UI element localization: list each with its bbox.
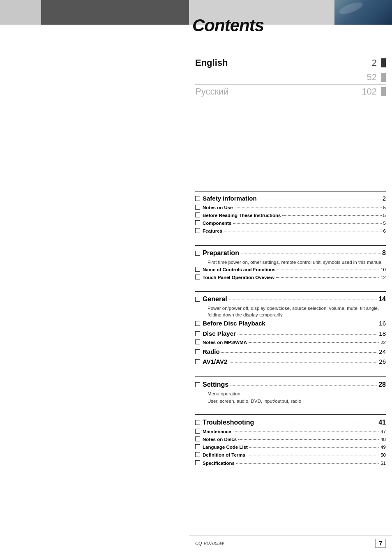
toc-dots-notes-discs [238, 439, 379, 440]
toc-entry-components: Components 5 [195, 220, 386, 227]
toc-entry-mp3: Notes on MP3/WMA 22 [195, 339, 386, 346]
toc-checkbox-notes-discs [195, 436, 200, 441]
toc-page-settings: 28 [378, 380, 386, 390]
toc-section-2: Preparation 8 First time power on, other… [195, 245, 386, 282]
header-area: Contents [189, 0, 392, 37]
toc-page-radio: 24 [379, 347, 386, 357]
toc-checkbox-mp3 [195, 339, 200, 344]
left-dark-block [41, 0, 189, 25]
toc-title-before-reading: Before Reading These Instructions [203, 212, 281, 219]
toc-dots-general [229, 300, 377, 300]
toc-entry-controls: Name of Controls and Functions 10 [195, 266, 386, 273]
toc-sub-settings-1: Menu operation [208, 390, 386, 397]
toc-dots-specifications [236, 463, 379, 464]
toc-dots-touch [276, 277, 379, 278]
toc-page-specifications: 51 [380, 460, 386, 467]
toc-checkbox-safety [195, 196, 200, 201]
section-divider-4 [195, 376, 386, 377]
toc-checkbox-general [195, 297, 200, 302]
toc-section-5: Troubleshooting 41 Maintenance 47 Notes … [195, 414, 386, 467]
toc-dots-preparation [241, 254, 380, 254]
toc-page-features: 6 [383, 228, 386, 235]
toc-dots-radio [221, 352, 378, 353]
toc-dots-notes [235, 208, 382, 208]
language-russian-row: Русский 102 [195, 86, 386, 97]
toc-dots-mp3 [249, 342, 379, 343]
footer-page-number: 7 [375, 539, 386, 548]
spacer-s2 [195, 282, 386, 285]
toc-sub-settings-2: User, screen, audio, DVD, input/output, … [208, 398, 386, 404]
toc-page-notes-discs: 48 [380, 436, 386, 443]
toc-section-3: General 14 Power on/power off, display o… [195, 291, 386, 366]
page-footer: CQ-VD7005W 7 [189, 535, 392, 548]
toc-title-before-disc: Before Disc Playback [203, 319, 265, 328]
toc-checkbox-language-code [195, 444, 200, 449]
toc-entry-radio: Radio 24 [195, 347, 386, 357]
toc-title-preparation: Preparation [203, 248, 239, 258]
toc-dots-maintenance [233, 432, 379, 432]
toc-dots-settings [230, 385, 377, 385]
toc-dots-definition [247, 455, 379, 455]
toc-entry-settings: Settings 28 [195, 380, 386, 390]
toc-entry-maintenance: Maintenance 47 [195, 428, 386, 435]
toc-page-mp3: 22 [380, 339, 386, 346]
language-russian-page: 102 [362, 86, 377, 97]
language-russian-bar [381, 87, 386, 96]
toc-section-4: Settings 28 Menu operation User, screen,… [195, 376, 386, 404]
language-section: English 2 52 Русский 102 [189, 49, 392, 103]
toc-checkbox-components [195, 220, 200, 225]
toc-page-touch: 12 [380, 274, 386, 281]
toc-dots-controls [277, 270, 379, 270]
section-divider-3 [195, 291, 386, 292]
toc-checkbox-touch [195, 275, 200, 279]
toc-entry-preparation: Preparation 8 [195, 248, 386, 258]
left-top-bar [0, 0, 189, 37]
footer-model: CQ-VD7005W [195, 541, 224, 546]
toc-page-definition: 50 [380, 452, 386, 459]
toc-page-disc-player: 18 [379, 329, 386, 339]
spacer-s3 [195, 367, 386, 371]
spacer-s4 [195, 405, 386, 409]
toc-entry-notes-discs: Notes on Discs 48 [195, 436, 386, 443]
toc-title-troubleshooting: Troubleshooting [203, 418, 254, 427]
middle-spacer [189, 103, 392, 185]
toc-entry-before-reading: Before Reading These Instructions 5 [195, 212, 386, 219]
toc-checkbox-settings [195, 382, 200, 387]
section-divider-2 [195, 245, 386, 246]
lang-line-1 [195, 70, 386, 70]
toc-dots-troubleshooting [256, 423, 377, 423]
spacer-1 [189, 37, 392, 49]
toc-checkbox-definition [195, 452, 200, 457]
toc-dots-before-reading [282, 215, 381, 216]
toc-page-before-disc: 16 [379, 319, 386, 328]
toc-page-controls: 10 [380, 266, 386, 273]
toc-title-av: AV1/AV2 [203, 357, 227, 367]
toc-page-components: 5 [383, 220, 386, 227]
toc-checkbox-notes [195, 205, 200, 210]
toc-entry-troubleshooting: Troubleshooting 41 [195, 418, 386, 427]
language-english-label: English [195, 58, 286, 68]
toc-checkbox-controls [195, 267, 200, 272]
toc-entry-specifications: Specifications 51 [195, 460, 386, 467]
section-divider-1 [195, 191, 386, 192]
toc-checkbox-troubleshooting [195, 420, 200, 425]
toc-title-language-code: Language Code List [203, 444, 248, 451]
toc-title-touch: Touch Panel Operation Oveview [203, 274, 274, 281]
language-52-bar [381, 73, 386, 82]
toc-page-maintenance: 47 [380, 428, 386, 435]
toc-page-preparation: 8 [382, 248, 386, 258]
toc-title-definition: Definition of Terms [203, 452, 245, 459]
right-panel: Contents English 2 52 Русский 102 [189, 0, 392, 554]
toc-entry-before-disc: Before Disc Playback 16 [195, 319, 386, 328]
toc-page-general: 14 [378, 294, 386, 304]
toc-entry-notes: Notes on Use 5 [195, 204, 386, 211]
toc-title-specifications: Specifications [203, 460, 235, 467]
toc-page-av: 26 [379, 357, 386, 367]
header-image [334, 0, 392, 25]
toc-entry-touch: Touch Panel Operation Oveview 12 [195, 274, 386, 281]
toc-area: Safety Information 2 Notes on Use 5 Befo… [189, 191, 392, 467]
toc-title-mp3: Notes on MP3/WMA [203, 339, 247, 346]
toc-checkbox-radio [195, 349, 200, 354]
language-russian-label: Русский [195, 86, 286, 97]
section-divider-5 [195, 414, 386, 415]
